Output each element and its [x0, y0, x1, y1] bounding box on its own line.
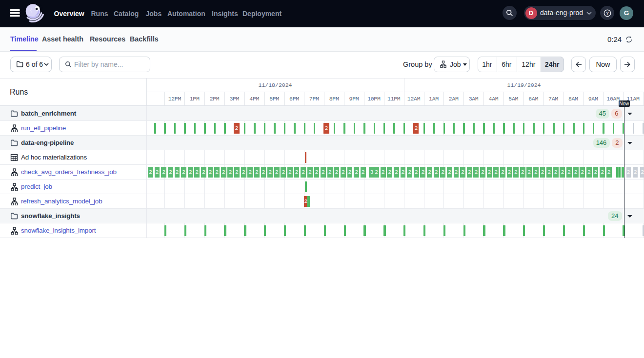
svg-text:?: ? [606, 10, 609, 16]
